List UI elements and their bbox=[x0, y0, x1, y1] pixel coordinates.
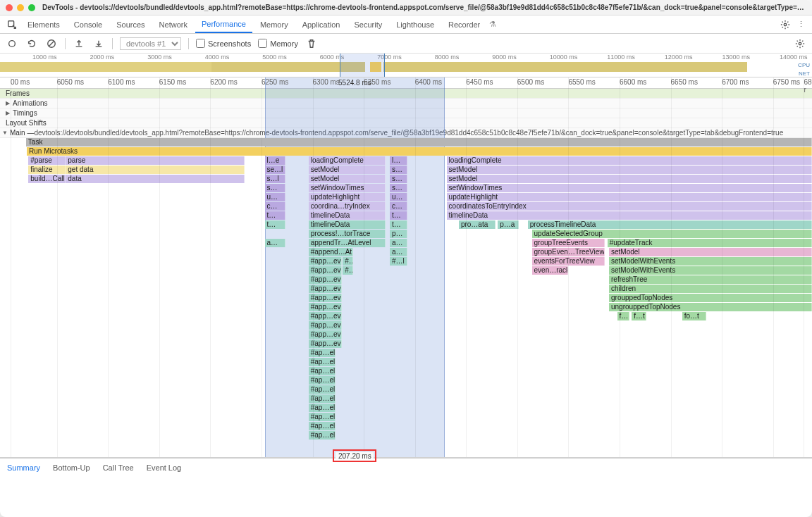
flame-bar[interactable]: setWindowTimes bbox=[447, 184, 812, 192]
flame-bar[interactable]: build…Calls bbox=[28, 175, 66, 183]
flame-bar[interactable]: u… bbox=[390, 193, 407, 201]
flame-bar[interactable]: s… bbox=[390, 175, 407, 183]
flame-bar[interactable]: data bbox=[66, 175, 244, 183]
flame-bar[interactable]: coordina…tryIndex bbox=[309, 202, 386, 211]
flame-bar[interactable]: p…a bbox=[498, 220, 519, 229]
tab-application[interactable]: Application bbox=[296, 15, 347, 33]
tab-elements[interactable]: Elements bbox=[21, 15, 66, 33]
flame-bar[interactable]: setWindowTimes bbox=[309, 184, 386, 192]
flame-bar[interactable]: #app…evel bbox=[309, 275, 342, 284]
flame-bar[interactable]: setModel bbox=[447, 175, 812, 183]
track-layout-shifts[interactable]: Layout Shifts bbox=[0, 118, 812, 128]
flame-bar[interactable]: f…t bbox=[632, 312, 646, 320]
flame-bar[interactable]: #updateTrack bbox=[608, 239, 812, 247]
flame-bar[interactable]: s…l bbox=[265, 175, 286, 183]
flame-bar[interactable]: t… bbox=[390, 220, 407, 229]
minimize-button[interactable] bbox=[17, 4, 24, 11]
flame-bar[interactable]: s… bbox=[265, 184, 286, 192]
flame-bar[interactable]: pro…ata bbox=[459, 220, 496, 229]
details-tab-bottom-up[interactable]: Bottom-Up bbox=[53, 463, 90, 472]
flame-bar[interactable]: ungrouppedTopNodes bbox=[609, 303, 812, 311]
flame-bar[interactable]: #append…AtLevel bbox=[309, 248, 353, 256]
flame-bar[interactable]: even…rack bbox=[532, 266, 569, 275]
flame-bar[interactable]: timelineData bbox=[309, 220, 386, 229]
flame-bar[interactable]: a… bbox=[390, 248, 407, 256]
flame-bar[interactable]: l…e bbox=[265, 156, 286, 165]
flame-bar[interactable]: #…l bbox=[390, 257, 407, 266]
tab-performance[interactable]: Performance bbox=[195, 15, 252, 33]
flame-bar[interactable]: refreshTree bbox=[609, 275, 812, 284]
tab-lighthouse[interactable]: Lighthouse bbox=[390, 15, 441, 33]
details-tab-event-log[interactable]: Event Log bbox=[147, 463, 182, 472]
flame-bar[interactable]: parse bbox=[66, 156, 244, 165]
flame-bar[interactable]: #app…evel bbox=[309, 321, 342, 330]
flame-bar[interactable]: appendTr…AtLevel bbox=[309, 239, 386, 247]
flame-bar[interactable]: c… bbox=[390, 202, 407, 211]
clear-button[interactable] bbox=[45, 37, 58, 50]
flame-bar[interactable]: u… bbox=[265, 193, 286, 201]
flame-bar[interactable]: children bbox=[609, 285, 812, 293]
flame-bar[interactable]: se…l bbox=[265, 166, 286, 174]
flame-bar[interactable]: t… bbox=[265, 220, 286, 229]
flame-bar[interactable]: #app…evel bbox=[309, 294, 342, 302]
flame-chart[interactable]: 5524.8 ms 00 ms6050 ms6100 ms6150 ms6200… bbox=[0, 77, 812, 458]
upload-button[interactable] bbox=[73, 37, 85, 50]
flame-bar[interactable]: loadingComplete bbox=[447, 156, 812, 165]
flame-bar[interactable]: p… bbox=[390, 230, 407, 238]
tab-sources[interactable]: Sources bbox=[110, 15, 151, 33]
flame-bar[interactable]: get data bbox=[66, 166, 244, 174]
tab-console[interactable]: Console bbox=[68, 15, 109, 33]
track-main[interactable]: ▼Main — devtools://devtools/bundled/devt… bbox=[0, 128, 812, 138]
overview-selection[interactable] bbox=[340, 54, 386, 77]
record-button[interactable] bbox=[6, 37, 18, 50]
flame-bar[interactable]: grouppedTopNodes bbox=[609, 294, 812, 302]
flame-bar[interactable]: updateHighlight bbox=[447, 193, 812, 201]
device-select[interactable]: devtools #1 bbox=[120, 37, 181, 50]
flame-bar[interactable]: updateHighlight bbox=[309, 193, 386, 201]
flame-bar[interactable]: setModelWithEvents bbox=[609, 266, 812, 275]
flame-bar[interactable]: #app…evel bbox=[309, 312, 342, 320]
flame-bar[interactable]: #app…evel bbox=[309, 303, 342, 311]
flame-bar[interactable]: t… bbox=[265, 211, 286, 220]
tab-security[interactable]: Security bbox=[347, 15, 388, 33]
maximize-button[interactable] bbox=[28, 4, 35, 11]
flame-bar[interactable]: coordinatesToEntryIndex bbox=[447, 202, 812, 211]
flame-bar[interactable]: setModel bbox=[309, 166, 386, 174]
reload-button[interactable] bbox=[25, 37, 38, 50]
tab-network[interactable]: Network bbox=[153, 15, 194, 33]
panel-settings-icon[interactable] bbox=[794, 37, 806, 50]
flame-bar[interactable]: fo…t bbox=[682, 312, 707, 320]
flame-bar[interactable]: updateSelectedGroup bbox=[532, 230, 812, 238]
flame-bar[interactable]: timelineData bbox=[447, 211, 812, 220]
flame-bar[interactable]: timelineData bbox=[309, 211, 386, 220]
close-button[interactable] bbox=[6, 4, 13, 11]
flame-bar[interactable]: process!…torTrace bbox=[309, 230, 386, 238]
details-tab-summary[interactable]: Summary bbox=[7, 463, 40, 472]
track-animations[interactable]: ▶Animations bbox=[0, 99, 812, 108]
flame-ruler[interactable]: 5524.8 ms 00 ms6050 ms6100 ms6150 ms6200… bbox=[0, 77, 812, 89]
screenshots-checkbox[interactable]: Screenshots bbox=[196, 39, 251, 48]
flame-bar[interactable]: #…l bbox=[343, 257, 353, 266]
flame-bar[interactable]: Run Microtasks bbox=[27, 147, 812, 156]
flame-bar[interactable]: setModelWithEvents bbox=[609, 257, 812, 266]
flame-bar[interactable]: loadingComplete bbox=[309, 156, 386, 165]
inspect-icon[interactable] bbox=[4, 17, 20, 32]
track-frames[interactable]: Frames bbox=[0, 89, 812, 99]
flame-bar[interactable]: #app…evel bbox=[309, 340, 342, 348]
flame-bar[interactable]: setModel bbox=[609, 248, 812, 256]
flame-bar[interactable]: #parse bbox=[28, 156, 66, 165]
flame-bar[interactable]: c… bbox=[265, 202, 286, 211]
flame-bar[interactable]: a… bbox=[390, 239, 407, 247]
flame-bar[interactable]: setModel bbox=[447, 166, 812, 174]
track-timings[interactable]: ▶Timings bbox=[0, 108, 812, 118]
flame-bar[interactable]: #…l bbox=[343, 266, 353, 275]
flame-bar[interactable]: l… bbox=[390, 156, 407, 165]
flame-bar[interactable]: setModel bbox=[309, 175, 386, 183]
trash-button[interactable] bbox=[305, 37, 318, 50]
flame-bar[interactable]: t… bbox=[390, 211, 407, 220]
details-tab-call-tree[interactable]: Call Tree bbox=[103, 463, 134, 472]
flame-bar[interactable]: processTimelineData bbox=[528, 220, 812, 229]
flame-bar[interactable]: a… bbox=[265, 239, 286, 247]
flame-bar[interactable]: #app…evel bbox=[309, 285, 342, 293]
flame-bar[interactable]: Task bbox=[26, 138, 812, 147]
